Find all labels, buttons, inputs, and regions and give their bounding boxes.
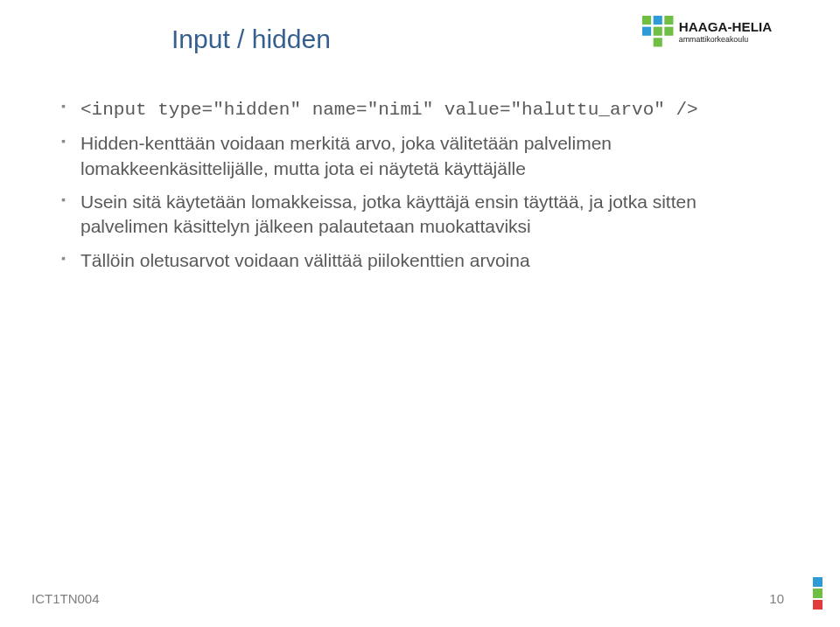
bullet-text: <input type="hidden" name="nimi" value="… xyxy=(80,100,698,120)
svg-rect-2 xyxy=(664,16,673,24)
bullet-item: <input type="hidden" name="nimi" value="… xyxy=(61,96,718,122)
slide-title: Input / hidden xyxy=(172,24,331,54)
svg-rect-6 xyxy=(654,38,662,46)
bullet-text: Hidden-kenttään voidaan merkitä arvo, jo… xyxy=(80,133,612,178)
svg-rect-1 xyxy=(654,16,662,24)
svg-rect-0 xyxy=(642,16,651,24)
bullet-text: Tällöin oletusarvot voidaan välittää pii… xyxy=(80,250,530,270)
bullet-item: Tällöin oletusarvot voidaan välittää pii… xyxy=(61,248,718,273)
logo-text: HAAGA-HELIA xyxy=(679,19,772,34)
logo: HAAGA-HELIA ammattikorkeakoulu xyxy=(642,16,808,58)
svg-rect-5 xyxy=(664,27,673,36)
bullet-item: Hidden-kenttään voidaan merkitä arvo, jo… xyxy=(61,131,718,181)
bullet-text: Usein sitä käytetään lomakkeissa, jotka … xyxy=(80,192,696,236)
bullet-list: <input type="hidden" name="nimi" value="… xyxy=(61,96,718,273)
bullet-item: Usein sitä käytetään lomakkeissa, jotka … xyxy=(61,190,718,240)
corner-square xyxy=(813,577,822,587)
svg-rect-3 xyxy=(642,27,651,36)
corner-square xyxy=(813,589,822,598)
content-area: <input type="hidden" name="nimi" value="… xyxy=(61,96,718,282)
corner-square xyxy=(813,600,822,610)
page-number: 10 xyxy=(769,591,784,606)
footer-code: ICT1TN004 xyxy=(32,591,100,606)
corner-squares xyxy=(813,575,822,610)
logo-sub: ammattikorkeakoulu xyxy=(679,35,748,44)
svg-rect-4 xyxy=(654,27,662,36)
